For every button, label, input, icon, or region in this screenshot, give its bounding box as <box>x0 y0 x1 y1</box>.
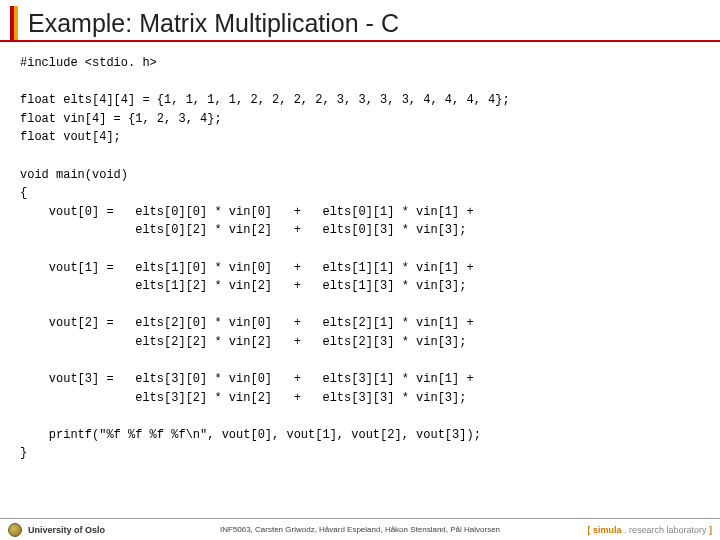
footer-university: University of Oslo <box>28 525 105 535</box>
lab-name: simula <box>593 525 622 535</box>
title-accent <box>10 6 18 40</box>
footer-lab: [ simula . research laboratory ] <box>572 525 712 535</box>
university-seal-icon <box>8 523 22 537</box>
code-block: #include <stdio. h> float elts[4][4] = {… <box>0 42 720 471</box>
slide-title-bar: Example: Matrix Multiplication - C <box>0 0 720 42</box>
lab-rest: . research laboratory <box>621 525 709 535</box>
footer-course-authors: INF5063, Carsten Griwodz, Håvard Espelan… <box>148 525 572 534</box>
bracket-close: ] <box>709 525 712 535</box>
slide-title: Example: Matrix Multiplication - C <box>28 6 399 40</box>
slide-footer: University of Oslo INF5063, Carsten Griw… <box>0 518 720 540</box>
footer-left: University of Oslo <box>8 523 148 537</box>
